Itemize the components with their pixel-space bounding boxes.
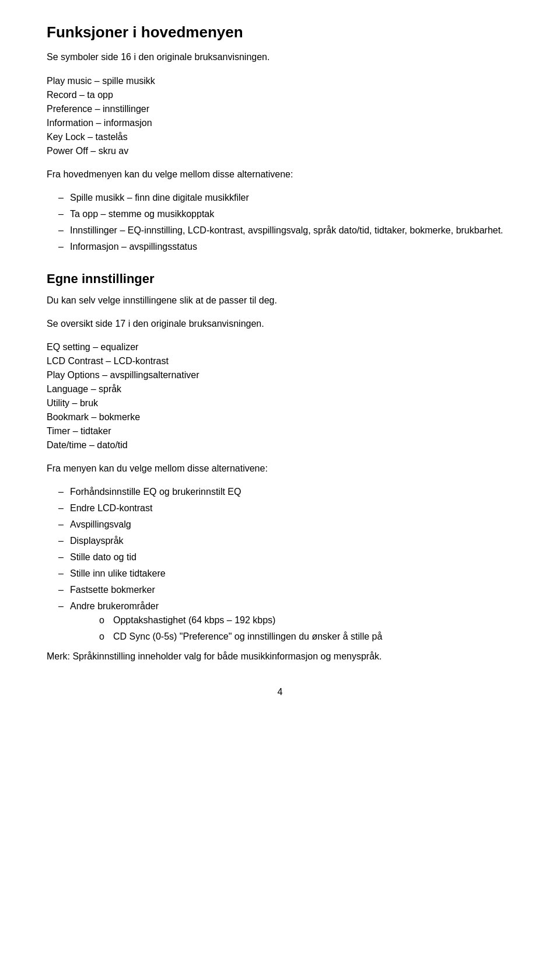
- fra-menyen-text: Fra menyen kan du velge mellom disse alt…: [47, 462, 513, 476]
- play-music-block: Play music – spille musikk Record – ta o…: [47, 74, 513, 158]
- section-heading: Egne innstillinger: [47, 271, 513, 287]
- list-item: Fastsette bokmerker: [58, 583, 513, 597]
- list-item: CD Sync (0-5s) "Preference" og innstilli…: [99, 630, 513, 644]
- page-number: 4: [47, 687, 513, 697]
- list-item: Opptakshastighet (64 kbps – 192 kbps): [99, 613, 513, 627]
- eq-block: EQ setting – equalizer LCD Contrast – LC…: [47, 340, 513, 452]
- list-item: Forhåndsinnstille EQ og brukerinnstilt E…: [58, 485, 513, 499]
- section-oversikt-text: Se oversikt side 17 i den originale bruk…: [47, 317, 513, 331]
- intro-text: Se symboler side 16 i den originale bruk…: [47, 52, 513, 62]
- list-item: Stille dato og tid: [58, 550, 513, 564]
- list-item: Spille musikk – finn dine digitale musik…: [58, 191, 513, 205]
- play-music-text: Play music – spille musikk Record – ta o…: [47, 76, 155, 156]
- main-menu-list: Spille musikk – finn dine digitale musik…: [47, 191, 513, 254]
- sub-list: Opptakshastighet (64 kbps – 192 kbps) CD…: [70, 613, 513, 644]
- list-item: Andre brukerområder Opptakshastighet (64…: [58, 599, 513, 644]
- list-item: Avspillingsvalg: [58, 518, 513, 532]
- merk-text: Merk: Språkinnstilling inneholder valg f…: [47, 650, 513, 664]
- list-item: Ta opp – stemme og musikkopptak: [58, 207, 513, 221]
- section-intro-text: Du kan selv velge innstillingene slik at…: [47, 294, 513, 308]
- list-item: Stille inn ulike tidtakere: [58, 567, 513, 581]
- list-item: Innstillinger – EQ-innstilling, LCD-kont…: [58, 224, 513, 238]
- page-title: Funksjoner i hovedmenyen: [47, 23, 513, 41]
- list-item: Endre LCD-kontrast: [58, 501, 513, 515]
- menu-options-list: Forhåndsinnstille EQ og brukerinnstilt E…: [47, 485, 513, 644]
- list-item: Informasjon – avspillingsstatus: [58, 240, 513, 254]
- eq-text: EQ setting – equalizer LCD Contrast – LC…: [47, 342, 199, 450]
- list-item: Displayspråk: [58, 534, 513, 548]
- fra-hovedmenyen-text: Fra hovedmenyen kan du velge mellom diss…: [47, 167, 513, 181]
